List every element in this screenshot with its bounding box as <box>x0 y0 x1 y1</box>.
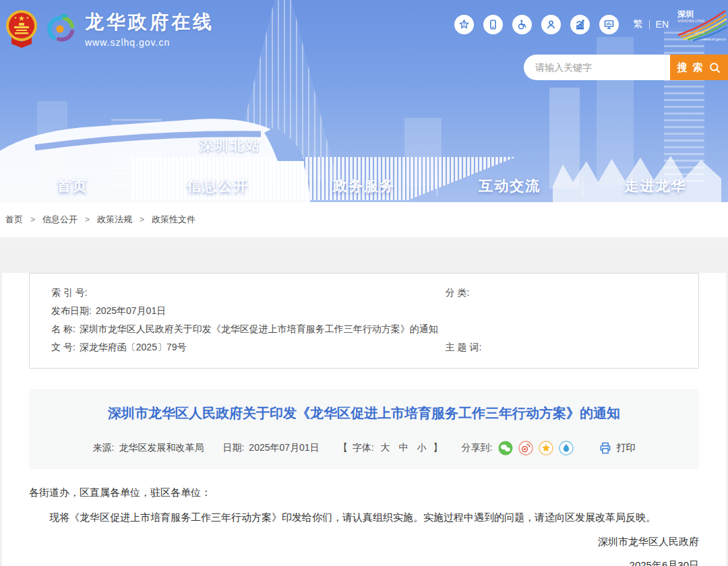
search-input[interactable] <box>524 55 670 80</box>
share-icons <box>498 441 574 455</box>
site-url: www.szlhq.gov.cn <box>85 37 214 48</box>
svg-text:★: ★ <box>26 15 30 20</box>
chart-growth-icon <box>574 19 586 30</box>
main-nav: 首页 信息公开 政务服务 互动交流 走进龙华 <box>0 170 728 202</box>
svg-text:★: ★ <box>18 14 25 22</box>
document-meta-box: 索 引 号: 分 类: 发布日期: 2025年07月01日 名 称: 深圳市龙华… <box>29 273 699 369</box>
meta-row: 文 号: 深龙华府函〔2025〕79号 主 题 词: <box>51 338 677 356</box>
meta-row: 发布日期: 2025年07月01日 <box>51 302 677 320</box>
national-emblem-icon: ★ ★ ★ <box>5 9 38 48</box>
search-bar: 搜 索 <box>524 55 728 80</box>
document-page: 索 引 号: 分 类: 发布日期: 2025年07月01日 名 称: 深圳市龙华… <box>2 273 726 566</box>
smart-service-button[interactable]: Z <box>454 15 474 34</box>
nav-item-interaction[interactable]: 互动交流 <box>437 177 582 195</box>
font-size-medium-button[interactable]: 中 <box>399 442 408 454</box>
online-platform-button[interactable] <box>599 15 619 34</box>
meta-row: 索 引 号: 分 类: <box>51 284 677 302</box>
sz-logo-cn: 深圳 <box>677 9 694 19</box>
skyline-building-decor <box>664 27 704 182</box>
meta-name-label: 名 称: <box>51 320 75 338</box>
language-switch: 繁 EN <box>634 18 669 30</box>
print-button[interactable]: 打印 <box>599 441 635 455</box>
data-open-button[interactable] <box>570 15 590 34</box>
share-label: 分享到: <box>462 442 493 454</box>
breadcrumb-info-disclosure[interactable]: 信息公开 <box>42 214 78 226</box>
font-widget-label: 字体: <box>353 442 374 454</box>
longhua-logo-icon <box>46 12 77 44</box>
breadcrumb-policy-documents[interactable]: 政策性文件 <box>152 214 195 226</box>
search-button[interactable]: 搜 索 <box>670 55 728 80</box>
breadcrumb: 首页 > 信息公开 > 政策法规 > 政策性文件 <box>0 202 728 237</box>
user-center-button[interactable] <box>541 15 561 34</box>
monitor-chart-icon <box>603 19 615 30</box>
article-body: 各街道办，区直属各单位，驻区各单位： 现将《龙华区促进上市培育服务工作三年行动方… <box>29 469 699 566</box>
nav-item-about-longhua[interactable]: 走进龙华 <box>583 177 728 195</box>
nav-item-info-disclosure[interactable]: 信息公开 <box>146 177 291 195</box>
breadcrumb-separator: > <box>140 215 144 224</box>
body-paragraph: 现将《龙华区促进上市培育服务工作三年行动方案》印发给你们，请认真组织实施。实施过… <box>29 510 699 525</box>
article-header: 深圳市龙华区人民政府关于印发《龙华区促进上市培育服务工作三年行动方案》的通知 来… <box>29 389 699 469</box>
salutation: 各街道办，区直属各单位，驻区各单位： <box>29 485 699 500</box>
meta-doc-number-label: 文 号: <box>51 338 75 356</box>
weibo-share-icon[interactable] <box>518 441 533 455</box>
page-divider-strip <box>0 237 728 245</box>
meta-index-label: 索 引 号: <box>51 284 88 302</box>
date-label: 日期: <box>222 442 244 454</box>
font-size-large-button[interactable]: 大 <box>381 442 390 454</box>
source-value: 龙华区发展和改革局 <box>119 442 204 454</box>
font-widget-open: 【 <box>338 442 348 454</box>
site-brand[interactable]: ★ ★ ★ 龙华政府在线 www.szlhq.gov.cn <box>5 9 214 48</box>
article-info-bar: 来源: 龙华区发展和改革局 日期: 2025年07月01日 【 字体: 大 中 … <box>45 441 683 455</box>
article-title: 深圳市龙华区人民政府关于印发《龙华区促进上市培育服务工作三年行动方案》的通知 <box>45 403 683 423</box>
meta-subject-label: 主 题 词: <box>446 338 482 356</box>
lang-english-button[interactable]: EN <box>656 19 669 30</box>
lang-divider <box>649 20 650 29</box>
search-icon <box>708 61 721 74</box>
signature: 深圳市龙华区人民政府 <box>29 536 699 548</box>
signature-date: 2025年6月30日 <box>29 559 699 566</box>
nav-item-gov-services[interactable]: 政务服务 <box>291 177 436 195</box>
mobile-version-button[interactable] <box>483 15 503 34</box>
site-title: 龙华政府在线 <box>85 9 214 35</box>
svg-text:★: ★ <box>14 15 18 20</box>
meta-doc-number-value: 深龙华府函〔2025〕79号 <box>80 338 187 356</box>
meta-row: 名 称: 深圳市龙华区人民政府关于印发《龙华区促进上市培育服务工作三年行动方案》… <box>51 320 677 338</box>
print-label: 打印 <box>616 442 635 454</box>
printer-icon <box>599 441 612 455</box>
source-label: 来源: <box>93 442 115 454</box>
wheelchair-icon <box>516 19 528 30</box>
breadcrumb-separator: > <box>30 215 35 224</box>
meta-publish-date-value: 2025年07月01日 <box>96 302 166 320</box>
user-icon <box>545 19 557 30</box>
mobile-phone-icon <box>487 19 499 30</box>
search-button-label: 搜 索 <box>677 61 704 74</box>
qq-share-icon[interactable] <box>559 441 574 455</box>
brand-text: 龙华政府在线 www.szlhq.gov.cn <box>85 9 214 48</box>
banner-caption: 深圳北站 <box>200 137 262 155</box>
site-header: 深圳北站 ★ ★ ★ 龙华政府在线 www.szlhq.gov.cn <box>0 0 728 202</box>
shenzhen-gov-logo[interactable]: 深圳 SHENZHEN CHINA www.sz.gov.cn <box>675 7 728 42</box>
sz-logo-url: www.sz.gov.cn <box>704 37 726 41</box>
meta-publish-date-label: 发布日期: <box>51 302 92 320</box>
header-quick-links: Z <box>454 7 728 42</box>
font-widget-close: 】 <box>433 442 443 454</box>
date-value: 2025年07月01日 <box>249 442 319 454</box>
lang-traditional-button[interactable]: 繁 <box>634 18 643 30</box>
nav-item-home[interactable]: 首页 <box>0 177 145 195</box>
svg-text:Z: Z <box>462 22 465 26</box>
breadcrumb-home[interactable]: 首页 <box>5 214 23 226</box>
breadcrumb-policies[interactable]: 政策法规 <box>97 214 132 226</box>
qzone-share-icon[interactable] <box>539 441 553 455</box>
wechat-share-icon[interactable] <box>498 441 513 455</box>
accessibility-button[interactable] <box>512 15 532 34</box>
sz-logo-en: SHENZHEN CHINA <box>677 20 704 23</box>
breadcrumb-separator: > <box>85 215 90 224</box>
font-size-small-button[interactable]: 小 <box>417 442 427 454</box>
meta-name-value: 深圳市龙华区人民政府关于印发《龙华区促进上市培育服务工作三年行动方案》的通知 <box>80 320 438 338</box>
star-z-icon: Z <box>458 19 470 30</box>
meta-category-label: 分 类: <box>446 284 470 302</box>
